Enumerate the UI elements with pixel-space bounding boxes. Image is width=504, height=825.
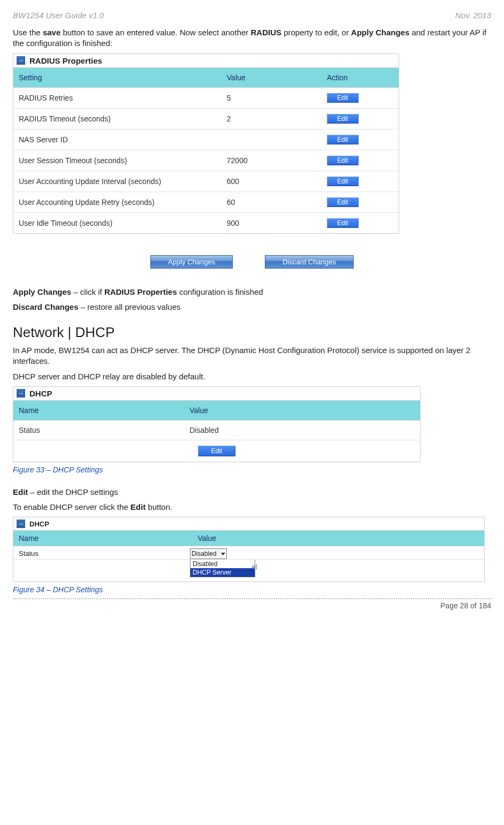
edit-button[interactable]: Edit <box>327 114 358 124</box>
chevron-down-icon <box>221 553 225 555</box>
edit-button[interactable]: Edit <box>327 177 358 186</box>
edit-button[interactable]: Edit <box>327 197 358 207</box>
table-row: User Accounting Update Retry (seconds)60… <box>13 192 399 212</box>
radius-panel-title: RADIUS Properties <box>29 56 102 65</box>
dropdown-option[interactable]: DHCP Server <box>190 568 255 577</box>
enable-text: To enable DHCP server click the Edit but… <box>13 502 491 513</box>
page-number: Page 28 of 184 <box>440 601 491 610</box>
discard-changes-button[interactable]: Discard Changes <box>265 255 354 269</box>
intro-paragraph: Use the save button to save an entered v… <box>13 27 491 49</box>
status-dropdown[interactable]: Disabled DHCP Server <box>190 559 255 577</box>
table-row: User Idle Timeout (seconds)900Edit <box>13 212 399 233</box>
status-value: Disabled <box>184 420 420 440</box>
table-row: User Accounting Update Interval (seconds… <box>13 171 399 192</box>
figure-caption: Figure 34 – DHCP Settings <box>13 585 491 594</box>
edit-button[interactable]: Edit <box>327 156 358 165</box>
edit-button[interactable]: Edit <box>198 446 236 456</box>
edit-button[interactable]: Edit <box>327 218 358 228</box>
figure-caption: Figure 33 – DHCP Settings <box>13 465 491 474</box>
status-label: Status <box>13 420 184 440</box>
apply-changes-button[interactable]: Apply Changes <box>150 255 233 269</box>
radius-panel: → RADIUS Properties Setting Value Action… <box>13 54 399 234</box>
section-heading: Network | DHCP <box>13 324 491 341</box>
dhcp-edit-panel: → DHCP Name Value Status Disabled Disabl… <box>13 517 485 582</box>
page-header: BW1254 User Guide v1.0 Nov. 2013 <box>13 11 491 20</box>
page-footer: Page 28 of 184 <box>13 598 491 610</box>
dhcp2-table: Name Value <box>13 531 484 546</box>
dhcp-panel: → DHCP Name Value Status Disabled Edit <box>13 386 421 462</box>
status-label: Status <box>19 549 39 557</box>
cancel-fragment: el <box>252 563 257 571</box>
table-row: Status Disabled <box>13 420 420 440</box>
col-name: Name <box>13 531 192 546</box>
table-row: NAS Server IDEdit <box>13 129 399 150</box>
col-name: Name <box>13 401 184 421</box>
apply-note: Apply Changes – click if RADIUS Properti… <box>13 287 491 297</box>
radius-panel-header: → RADIUS Properties <box>13 54 399 68</box>
col-value: Value <box>222 68 322 88</box>
dhcp2-panel-title: DHCP <box>29 520 49 528</box>
edit-note: Edit – edit the DHCP settings <box>13 487 491 498</box>
dhcp-table: Name Value Status Disabled Edit <box>13 401 420 462</box>
arrow-icon: → <box>17 56 25 65</box>
table-row: User Session Timeout (seconds)72000Edit <box>13 150 399 171</box>
col-value: Value <box>192 531 484 546</box>
dhcp-panel-title: DHCP <box>29 389 52 398</box>
change-buttons-row: Apply Changes Discard Changes <box>13 255 491 269</box>
dhcp2-panel-header: → DHCP <box>13 517 484 531</box>
col-action: Action <box>322 68 399 88</box>
radius-table: Setting Value Action RADIUS Retries5Edit… <box>13 68 399 233</box>
col-setting: Setting <box>13 68 222 88</box>
edit-button[interactable]: Edit <box>327 93 358 103</box>
dhcp-panel-header: → DHCP <box>13 387 420 401</box>
status-select-value: Disabled <box>192 550 217 557</box>
status-edit-row: Status Disabled Disabled DHCP Server el <box>13 546 484 582</box>
doc-title: BW1254 User Guide v1.0 <box>13 11 104 20</box>
arrow-icon: → <box>17 520 25 528</box>
status-select[interactable]: Disabled <box>190 548 227 559</box>
col-value: Value <box>184 401 420 421</box>
arrow-icon: → <box>17 389 25 398</box>
table-row: RADIUS Timeout (seconds)2Edit <box>13 108 399 129</box>
table-row: Edit <box>13 440 420 462</box>
dhcp-intro-2: DHCP server and DHCP relay are disabled … <box>13 371 491 382</box>
edit-button[interactable]: Edit <box>327 135 358 144</box>
table-row: RADIUS Retries5Edit <box>13 87 399 108</box>
discard-note: Discard Changes – restore all previous v… <box>13 302 491 312</box>
doc-date: Nov. 2013 <box>455 11 491 20</box>
dhcp-intro-1: In AP mode, BW1254 can act as DHCP serve… <box>13 345 491 367</box>
dropdown-option[interactable]: Disabled <box>190 560 255 568</box>
